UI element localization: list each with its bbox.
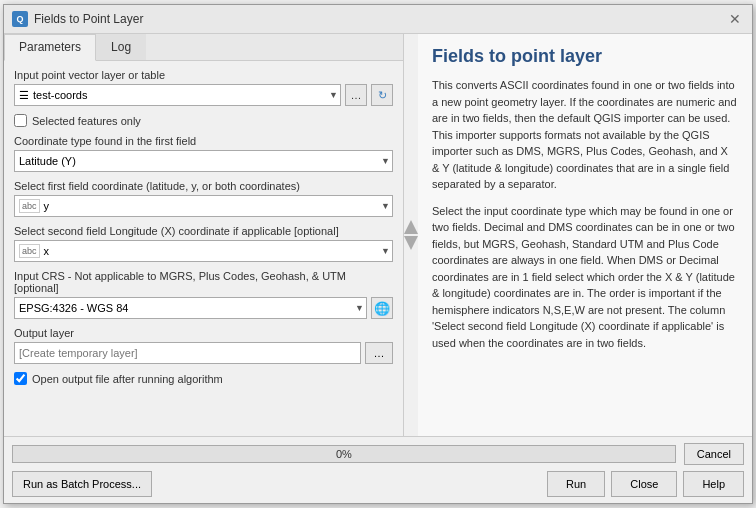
tab-log[interactable]: Log <box>96 34 146 60</box>
progress-bar: 0% <box>12 445 676 463</box>
crs-globe-button[interactable]: 🌐 <box>371 297 393 319</box>
refresh-button[interactable]: ↻ <box>371 84 393 106</box>
input-layer-combo[interactable]: ☰ test-coords ▼ <box>14 84 341 106</box>
help-paragraph-1: This converts ASCII coordinates found in… <box>432 77 738 193</box>
close-button[interactable]: Close <box>611 471 677 497</box>
help-paragraph-2: Select the input coordinate type which m… <box>432 203 738 352</box>
edit-button[interactable]: … <box>345 84 367 106</box>
first-field-value: y <box>44 200 388 212</box>
parameters-panel: Input point vector layer or table ☰ test… <box>4 61 403 436</box>
input-layer-label: Input point vector layer or table <box>14 69 393 81</box>
progress-row: 0% Cancel <box>12 443 744 465</box>
abc-icon-second: abc <box>19 244 40 258</box>
tab-bar: Parameters Log <box>4 34 403 61</box>
main-window: Q Fields to Point Layer ✕ Parameters Log… <box>3 4 753 504</box>
input-layer-row: ☰ test-coords ▼ … ↻ <box>14 84 393 106</box>
coord-type-value: Latitude (Y) <box>19 155 388 167</box>
crs-value: EPSG:4326 - WGS 84 <box>19 302 362 314</box>
action-row: Run as Batch Process... Run Close Help <box>12 471 744 497</box>
title-bar-left: Q Fields to Point Layer <box>12 11 143 27</box>
second-field-label: Select second field Longitude (X) coordi… <box>14 225 393 237</box>
selected-features-checkbox[interactable] <box>14 114 27 127</box>
output-label: Output layer <box>14 327 393 339</box>
action-buttons: Run Close Help <box>547 471 744 497</box>
coord-type-group: Coordinate type found in the first field… <box>14 135 393 172</box>
input-layer-group: Input point vector layer or table ☰ test… <box>14 69 393 106</box>
bottom-bar: 0% Cancel Run as Batch Process... Run Cl… <box>4 436 752 503</box>
window-close-button[interactable]: ✕ <box>726 10 744 28</box>
run-button[interactable]: Run <box>547 471 605 497</box>
second-field-value: x <box>44 245 388 257</box>
first-field-combo[interactable]: abc y ▼ <box>14 195 393 217</box>
output-input[interactable] <box>14 342 361 364</box>
open-output-checkbox[interactable] <box>14 372 27 385</box>
content-area: Parameters Log Input point vector layer … <box>4 34 752 436</box>
second-field-group: Select second field Longitude (X) coordi… <box>14 225 393 262</box>
expand-right-icon[interactable] <box>404 236 418 250</box>
open-output-label: Open output file after running algorithm <box>32 373 223 385</box>
output-browse-button[interactable]: … <box>365 342 393 364</box>
run-batch-button[interactable]: Run as Batch Process... <box>12 471 152 497</box>
tab-parameters[interactable]: Parameters <box>4 34 96 61</box>
panel-divider <box>404 34 418 436</box>
cancel-button[interactable]: Cancel <box>684 443 744 465</box>
output-layer-group: Output layer … <box>14 327 393 364</box>
second-field-combo[interactable]: abc x ▼ <box>14 240 393 262</box>
progress-label: 0% <box>336 448 352 460</box>
left-panel: Parameters Log Input point vector layer … <box>4 34 404 436</box>
input-layer-value: test-coords <box>29 89 336 101</box>
table-icon: ☰ <box>19 89 29 102</box>
selected-features-row: Selected features only <box>14 114 393 127</box>
crs-row: EPSG:4326 - WGS 84 ▼ 🌐 <box>14 297 393 319</box>
output-row: … <box>14 342 393 364</box>
crs-label: Input CRS - Not applicable to MGRS, Plus… <box>14 270 393 294</box>
help-title: Fields to point layer <box>432 46 738 67</box>
crs-group: Input CRS - Not applicable to MGRS, Plus… <box>14 270 393 319</box>
collapse-left-icon[interactable] <box>404 220 418 234</box>
app-icon: Q <box>12 11 28 27</box>
title-bar: Q Fields to Point Layer ✕ <box>4 5 752 34</box>
abc-icon-first: abc <box>19 199 40 213</box>
open-output-row: Open output file after running algorithm <box>14 372 393 385</box>
help-button[interactable]: Help <box>683 471 744 497</box>
coord-type-combo[interactable]: Latitude (Y) ▼ <box>14 150 393 172</box>
coord-type-label: Coordinate type found in the first field <box>14 135 393 147</box>
selected-features-label: Selected features only <box>32 115 141 127</box>
help-panel: Fields to point layer This converts ASCI… <box>418 34 752 436</box>
crs-combo[interactable]: EPSG:4326 - WGS 84 ▼ <box>14 297 367 319</box>
first-field-group: Select first field coordinate (latitude,… <box>14 180 393 217</box>
window-title: Fields to Point Layer <box>34 12 143 26</box>
first-field-label: Select first field coordinate (latitude,… <box>14 180 393 192</box>
